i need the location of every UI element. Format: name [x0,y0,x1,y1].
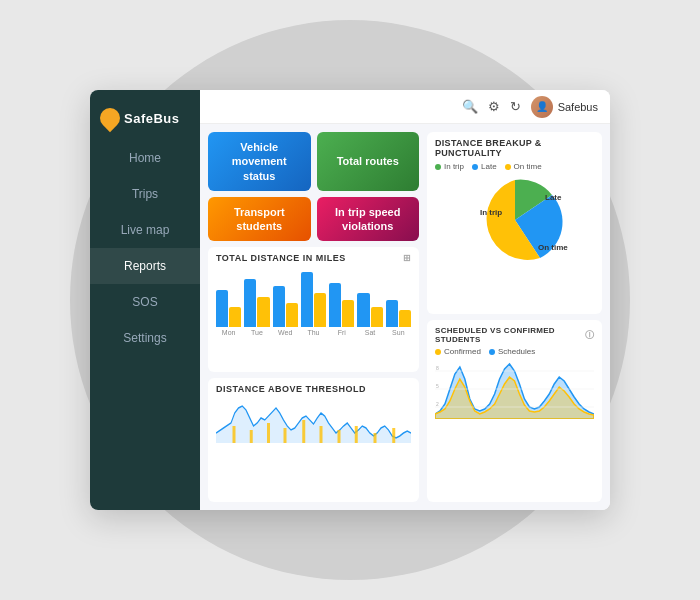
stat-cards: Vehicle movement status Total routes Tra… [208,132,419,241]
legend-dot-schedules [489,349,495,355]
logo-icon [96,104,124,132]
avatar-image: 👤 [531,96,553,118]
sidebar-item-livemap[interactable]: Live map [90,212,200,248]
bar-blue [216,290,228,328]
bar-group [329,283,354,328]
svg-marker-15 [435,377,594,419]
scheduled-svg: 8 5 2 [435,359,594,419]
dashboard-window: SafeBus Home Trips Live map Reports SOS … [90,90,610,510]
bar-label: Sun [386,329,411,336]
sidebar-item-sos[interactable]: SOS [90,284,200,320]
svg-rect-9 [374,433,377,443]
svg-text:2: 2 [436,401,439,407]
bar-blue [301,272,313,327]
sidebar-item-home[interactable]: Home [90,140,200,176]
svg-text:In trip: In trip [480,208,502,217]
bar-group [386,300,411,328]
distance-threshold-title: Distance above threshold [216,384,411,394]
distance-threshold-chart: Distance above threshold [208,378,419,502]
svg-rect-8 [355,426,358,443]
chart-controls: ⊞ [403,253,412,263]
svg-rect-4 [284,428,287,443]
total-distance-chart: Total distance in miles ⊞ MonTueWedThuFr… [208,247,419,371]
logo-area: SafeBus [90,100,200,140]
bar-label: Tue [244,329,269,336]
bar-yellow [257,297,269,328]
sidebar-item-reports[interactable]: Reports [90,248,200,284]
svg-rect-3 [267,423,270,443]
bar-group [244,279,269,327]
legend-label-confirmed: Confirmed [444,347,481,356]
bar-chart [216,267,411,327]
user-area: 👤 Safebus [531,96,598,118]
svg-text:Late: Late [545,193,562,202]
bar-blue [386,300,398,328]
stat-card-transport-students[interactable]: Transport students [208,197,311,242]
sidebar-item-trips[interactable]: Trips [90,176,200,212]
bar-yellow [314,293,326,327]
bar-yellow [286,303,298,327]
bar-label: Mon [216,329,241,336]
legend-dot-confirmed [435,349,441,355]
scheduled-controls: ⓘ [585,329,594,342]
legend-dot-late [472,164,478,170]
content-area: Vehicle movement status Total routes Tra… [200,124,610,510]
donut-svg: In trip Late On time [450,170,580,270]
bar-blue [244,279,256,327]
expand-icon[interactable]: ⊞ [403,253,412,263]
info-icon[interactable]: ⓘ [585,330,594,340]
bar-blue [273,286,285,327]
background-circle: SafeBus Home Trips Live map Reports SOS … [70,20,630,580]
bar-group [216,290,241,328]
legend-label-schedules: Schedules [498,347,535,356]
refresh-icon[interactable]: ↻ [510,99,521,114]
bar-blue [357,293,369,327]
legend-confirmed: Confirmed [435,347,481,356]
search-icon[interactable]: 🔍 [462,99,478,114]
bar-label: Fri [329,329,354,336]
avatar: 👤 [531,96,553,118]
bar-group [273,286,298,327]
threshold-area-chart [216,398,411,443]
bar-yellow [371,307,383,328]
svg-rect-7 [338,430,341,443]
legend-dot-intrip [435,164,441,170]
svg-rect-2 [250,430,253,443]
bar-yellow [342,300,354,328]
left-panel: Vehicle movement status Total routes Tra… [208,132,419,502]
donut-title: Distance breakup & punctuality [435,138,594,158]
user-name: Safebus [558,101,598,113]
bar-group [357,293,382,327]
svg-text:On time: On time [538,243,568,252]
svg-text:5: 5 [436,383,439,389]
bar-yellow [229,307,241,328]
stat-card-speed-violations[interactable]: In trip speed violations [317,197,420,242]
scheduled-panel: Scheduled vs confirmed students ⓘ Confir… [427,320,602,502]
threshold-svg [216,398,411,443]
bar-label: Sat [357,329,382,336]
sidebar: SafeBus Home Trips Live map Reports SOS … [90,90,200,510]
stat-card-total-routes[interactable]: Total routes [317,132,420,191]
svg-text:8: 8 [436,365,439,371]
scheduled-legend: Confirmed Schedules [435,347,594,356]
donut-container: In trip Late On time [435,175,594,265]
total-distance-title: Total distance in miles ⊞ [216,253,411,263]
bar-labels: MonTueWedThuFriSatSun [216,329,411,336]
scheduled-area-chart: 8 5 2 [435,359,594,419]
stat-card-vehicle-movement[interactable]: Vehicle movement status [208,132,311,191]
bar-yellow [399,310,411,327]
legend-schedules: Schedules [489,347,535,356]
svg-marker-0 [216,406,411,443]
scheduled-title: Scheduled vs confirmed students ⓘ [435,326,594,344]
donut-panel: Distance breakup & punctuality In trip L… [427,132,602,314]
bar-label: Thu [301,329,326,336]
topbar: 🔍 ⚙ ↻ 👤 Safebus [200,90,610,124]
main-content: 🔍 ⚙ ↻ 👤 Safebus [200,90,610,510]
bar-group [301,272,326,327]
sidebar-item-settings[interactable]: Settings [90,320,200,356]
bar-label: Wed [273,329,298,336]
logo-text: SafeBus [124,111,180,126]
svg-rect-6 [320,426,323,443]
settings-icon[interactable]: ⚙ [488,99,500,114]
svg-rect-1 [233,426,236,443]
